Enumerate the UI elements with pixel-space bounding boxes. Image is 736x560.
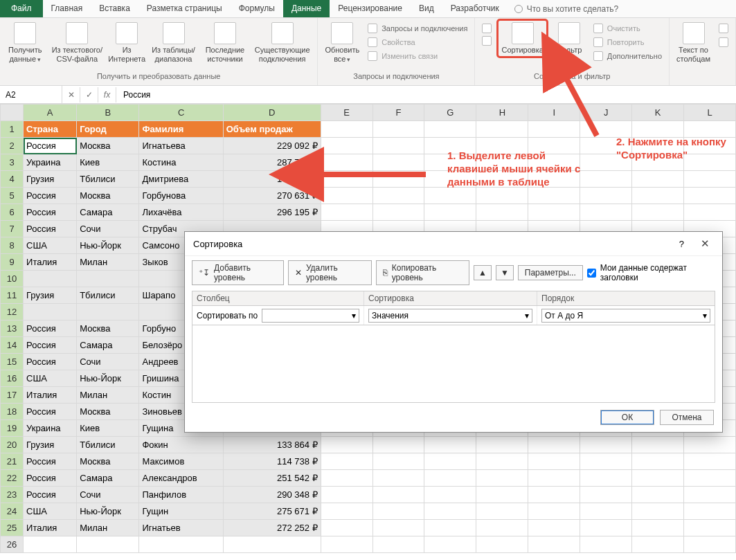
table-cell[interactable]: Италия <box>24 254 77 271</box>
col-header-A[interactable]: A <box>24 105 77 121</box>
row-header-2[interactable]: 2 <box>1 138 24 154</box>
table-cell[interactable]: Милан <box>77 254 139 271</box>
properties-button[interactable]: Свойства <box>366 36 469 48</box>
table-cell[interactable] <box>223 536 321 553</box>
table-cell[interactable]: Самара <box>77 470 139 487</box>
empty-cell[interactable] <box>684 503 736 520</box>
empty-cell[interactable] <box>632 536 684 553</box>
table-cell[interactable]: Грузия <box>24 437 77 453</box>
empty-cell[interactable] <box>476 121 528 138</box>
empty-cell[interactable] <box>424 520 476 536</box>
table-cell[interactable]: Россия <box>24 487 77 503</box>
empty-cell[interactable] <box>632 204 684 221</box>
empty-cell[interactable] <box>321 487 373 503</box>
col-header-L[interactable]: L <box>684 105 736 121</box>
empty-cell[interactable] <box>373 204 424 221</box>
move-up-button[interactable]: ▲ <box>474 265 492 280</box>
empty-cell[interactable] <box>424 121 476 138</box>
empty-cell[interactable] <box>373 503 424 520</box>
table-cell[interactable]: Россия <box>24 404 77 420</box>
cancel-fx-button[interactable]: ✕ <box>62 87 80 102</box>
table-cell[interactable]: Россия <box>24 204 77 221</box>
empty-cell[interactable] <box>424 487 476 503</box>
row-header-18[interactable]: 18 <box>1 404 24 420</box>
table-cell[interactable]: Самара <box>77 204 139 221</box>
table-cell[interactable]: Игнатьев <box>139 520 223 536</box>
empty-cell[interactable] <box>684 204 736 221</box>
empty-cell[interactable] <box>424 536 476 553</box>
from-web-button[interactable]: Из Интернета <box>109 21 144 64</box>
empty-cell[interactable] <box>476 204 528 221</box>
empty-cell[interactable] <box>580 487 632 503</box>
from-text-csv-button[interactable]: Из текстового/ CSV-файла <box>51 21 105 64</box>
col-header-E[interactable]: E <box>321 105 373 121</box>
table-header-cell[interactable]: Страна <box>24 121 77 138</box>
table-cell[interactable]: Милан <box>77 387 139 404</box>
empty-cell[interactable] <box>476 188 528 204</box>
empty-cell[interactable] <box>476 487 528 503</box>
table-cell[interactable]: Тбилиси <box>77 287 139 304</box>
empty-cell[interactable] <box>580 536 632 553</box>
table-cell[interactable]: Сочи <box>77 354 139 370</box>
dialog-titlebar[interactable]: Сортировка ? ✕ <box>185 232 722 256</box>
table-cell[interactable]: Россия <box>24 470 77 487</box>
empty-cell[interactable] <box>424 188 476 204</box>
table-cell[interactable] <box>77 536 139 553</box>
empty-cell[interactable] <box>528 520 580 536</box>
tab-insert[interactable]: Вставка <box>91 0 138 17</box>
empty-cell[interactable] <box>580 470 632 487</box>
select-all[interactable] <box>1 105 24 121</box>
table-cell[interactable]: Фокин <box>139 437 223 453</box>
empty-cell[interactable] <box>373 188 424 204</box>
table-cell[interactable]: 296 195 ₽ <box>223 204 321 221</box>
empty-cell[interactable] <box>373 520 424 536</box>
table-cell[interactable]: Москва <box>77 138 139 154</box>
table-header-cell[interactable]: Город <box>77 121 139 138</box>
empty-cell[interactable] <box>321 138 373 154</box>
data-tool-btn2[interactable] <box>717 36 730 48</box>
row-header-1[interactable]: 1 <box>1 121 24 138</box>
table-cell[interactable]: Киев <box>77 420 139 437</box>
table-cell[interactable]: Москва <box>77 188 139 204</box>
empty-cell[interactable] <box>632 487 684 503</box>
empty-cell[interactable] <box>476 520 528 536</box>
table-cell[interactable]: Тбилиси <box>77 171 139 188</box>
table-cell[interactable]: Украина <box>24 420 77 437</box>
table-cell[interactable]: Италия <box>24 520 77 536</box>
table-cell[interactable]: 229 092 ₽ <box>223 138 321 154</box>
table-cell[interactable]: Панфилов <box>139 487 223 503</box>
col-header-K[interactable]: K <box>632 105 684 121</box>
table-cell[interactable]: Милан <box>77 520 139 536</box>
empty-cell[interactable] <box>580 520 632 536</box>
row-header-10[interactable]: 10 <box>1 271 24 287</box>
sort-button[interactable]: Сортировка <box>499 21 546 56</box>
empty-cell[interactable] <box>424 204 476 221</box>
table-cell[interactable]: Россия <box>24 453 77 470</box>
empty-cell[interactable] <box>684 188 736 204</box>
data-tool-btn1[interactable] <box>717 22 730 35</box>
edit-links-button[interactable]: Изменить связи <box>366 50 469 62</box>
empty-cell[interactable] <box>580 453 632 470</box>
existing-conn-button[interactable]: Существующие подключения <box>253 21 312 64</box>
table-cell[interactable]: Москва <box>77 320 139 337</box>
row-header-6[interactable]: 6 <box>1 204 24 221</box>
tab-formulas[interactable]: Формулы <box>231 0 283 17</box>
table-cell[interactable]: Киев <box>77 154 139 171</box>
col-header-F[interactable]: F <box>373 105 424 121</box>
row-header-4[interactable]: 4 <box>1 171 24 188</box>
row-header-17[interactable]: 17 <box>1 387 24 404</box>
table-cell[interactable]: Костина <box>139 154 223 171</box>
empty-cell[interactable] <box>632 520 684 536</box>
table-cell[interactable]: Нью-Йорк <box>77 370 139 387</box>
table-cell[interactable]: Грузия <box>24 287 77 304</box>
get-data-button[interactable]: Получить данные <box>6 21 45 64</box>
empty-cell[interactable] <box>373 453 424 470</box>
row-header-22[interactable]: 22 <box>1 470 24 487</box>
empty-cell[interactable] <box>321 503 373 520</box>
table-cell[interactable]: Москва <box>77 453 139 470</box>
empty-cell[interactable] <box>528 188 580 204</box>
empty-cell[interactable] <box>684 520 736 536</box>
tab-pagelayout[interactable]: Разметка страницы <box>138 0 231 17</box>
row-header-16[interactable]: 16 <box>1 370 24 387</box>
empty-cell[interactable] <box>528 536 580 553</box>
